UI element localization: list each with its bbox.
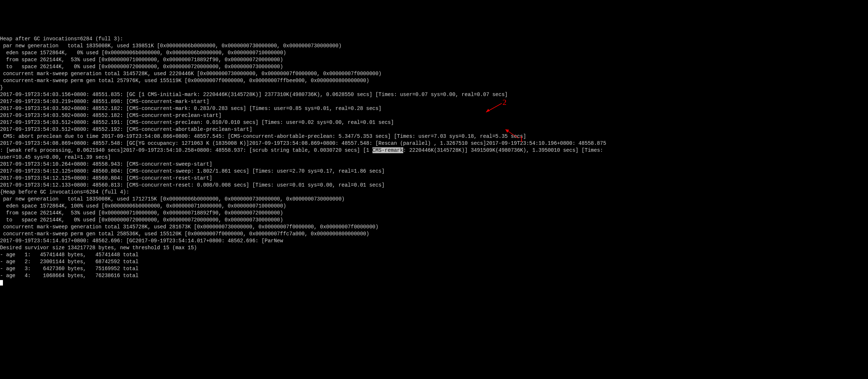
highlight-cms-remark: CMS-remark <box>372 147 403 153</box>
gc-log-terminal[interactable]: Heap after GC invocations=6284 (full 3):… <box>0 35 868 286</box>
cursor <box>0 280 3 286</box>
log-line-remark-pre: : [weak refs processing, 0.0621940 secs]… <box>0 147 372 153</box>
log-block-2: user=10.45 sys=0.00, real=1.39 secs] 201… <box>0 154 385 279</box>
log-line-rescan: 2017-09-19T23:54:08.869+0800: 48557.548:… <box>0 140 606 146</box>
log-line-remark-post: : 2220446K(3145728K)] 3491509K(4980736K)… <box>403 147 603 153</box>
log-block-1: Heap after GC invocations=6284 (full 3):… <box>0 36 526 139</box>
annotation-label-2: 2 <box>502 99 507 106</box>
annotation-label-1: 1 <box>519 135 523 142</box>
